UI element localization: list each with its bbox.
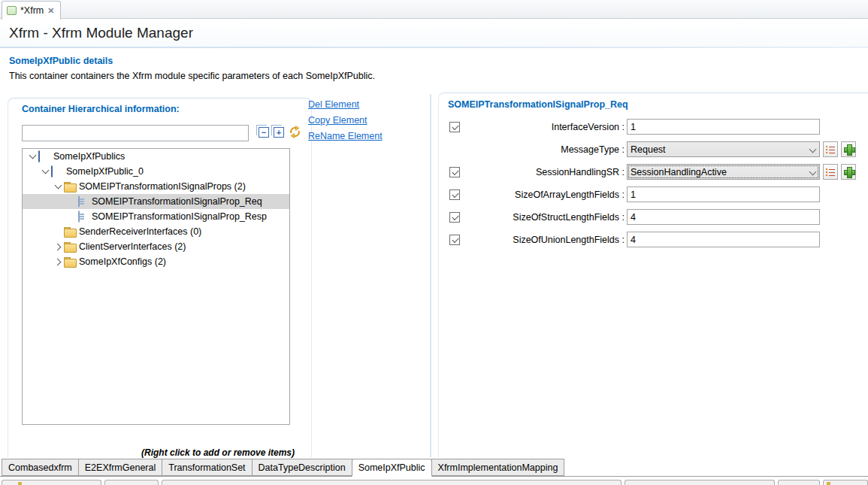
list-button[interactable] [823, 141, 838, 157]
form-row-sessionhandlingsr: SessionHandlingSR : SessionHandlingActiv… [439, 164, 868, 180]
document-icon [78, 196, 80, 208]
tab-transformationset[interactable]: TransformationSet [162, 459, 252, 476]
header-separator [0, 47, 868, 48]
document-icon [78, 211, 80, 223]
field-label: SessionHandlingSR : [460, 167, 627, 177]
status-cell [778, 480, 820, 485]
tab-someipxfpublic[interactable]: SomeIpXfPublic [352, 459, 432, 477]
sessionhandlingsr-dropdown[interactable]: SessionHandlingActive [627, 164, 820, 180]
module-icon [51, 165, 53, 177]
form-row-sizeofunionlengthfields: SizeOfUnionLengthFields : [439, 232, 868, 247]
add-button[interactable] [841, 164, 856, 180]
expander-icon [53, 226, 63, 237]
refresh-icon[interactable] [289, 126, 301, 138]
expander-icon[interactable] [40, 166, 50, 177]
tab-e2exfrmgeneral[interactable]: E2EXfrmGeneral [78, 459, 162, 476]
checkbox[interactable] [449, 189, 460, 200]
expand-all-icon[interactable]: + [274, 127, 284, 138]
field-label: SizeOfArrayLengthFields : [460, 189, 627, 200]
editor-tab-xfrm[interactable]: *Xfrm ✕ [2, 1, 61, 20]
tab-combasedxfrm[interactable]: Combasedxfrm [2, 459, 79, 476]
status-cell [625, 480, 775, 485]
tree-item-selected[interactable]: SOMEIPTransformationISignalProp_Req [23, 194, 289, 209]
tree-filter-input[interactable] [22, 125, 249, 141]
field-label: SizeOfUnionLengthFields : [460, 235, 627, 245]
status-cell [162, 480, 622, 485]
folder-icon [64, 182, 75, 192]
tree-item[interactable]: SenderReceiverInterfaces (0) [23, 224, 289, 239]
tree-hint-text: (Right click to add or remove items) [0, 447, 436, 458]
sizeofunionlengthfields-field[interactable] [627, 232, 820, 247]
plus-icon [844, 167, 854, 177]
status-icon [827, 482, 830, 485]
messagetype-dropdown[interactable]: Request [627, 141, 820, 157]
folder-icon [64, 257, 75, 268]
element-actions: Del Element Copy Element ReName Element [308, 99, 383, 141]
expander-icon[interactable] [53, 181, 63, 192]
container-hierarchy-section: Container Hierarchical information: − + … [8, 98, 312, 457]
add-button[interactable] [841, 141, 856, 157]
folder-icon [64, 242, 75, 253]
checkbox[interactable] [449, 122, 460, 132]
status-cell [2, 480, 101, 485]
expander-icon[interactable] [27, 151, 38, 162]
list-button[interactable] [823, 164, 838, 180]
sizeofarraylengthfields-field[interactable] [627, 186, 820, 202]
del-element-link[interactable]: Del Element [308, 99, 383, 110]
form-editor-icon [7, 6, 17, 15]
details-description: This container containers the Xfrm modul… [9, 71, 375, 81]
chevron-down-icon [810, 170, 815, 175]
form-row-sizeofstructlengthfields: SizeOfStructLengthFields : [439, 209, 868, 225]
form-row-sizeofarraylengthfields: SizeOfArrayLengthFields : [439, 186, 868, 202]
tree-item[interactable]: SomeIpXfConfigs (2) [23, 254, 289, 269]
sizeofstructlengthfields-field[interactable] [627, 209, 820, 225]
list-icon [826, 145, 835, 153]
editor-tab-label: *Xfrm [20, 5, 44, 16]
editor-tab-bar: *Xfrm ✕ [0, 0, 868, 19]
left-section-title: Container Hierarchical information: [22, 104, 180, 114]
tree-item[interactable]: SOMEIPTransformationISignalProp_Resp [23, 209, 289, 224]
status-strip [0, 479, 868, 485]
page-header: Xfrm - Xfrm Module Manager [0, 20, 868, 47]
details-title: SomeIpXfPublic details [9, 56, 113, 66]
form-row-interfaceversion: InterfaceVersion : [439, 119, 868, 135]
tree-item[interactable]: SomeIpXfPublic_0 [23, 164, 289, 179]
expander-icon [65, 196, 76, 207]
field-label: MessageType : [460, 144, 627, 155]
expander-icon[interactable] [53, 241, 63, 252]
page-title: Xfrm - Xfrm Module Manager [9, 25, 193, 41]
tree-item[interactable]: ClientServerInterfaces (2) [23, 239, 289, 254]
tab-datatypedescription[interactable]: DataTypeDescription [252, 459, 352, 476]
checkbox[interactable] [449, 235, 460, 245]
module-icon [38, 150, 40, 162]
folder-icon [64, 227, 75, 238]
signal-prop-section: SOMEIPTransformationISignalProp_Req Inte… [438, 92, 868, 457]
interfaceversion-field[interactable] [627, 119, 820, 135]
plus-icon [844, 144, 854, 154]
chevron-down-icon [810, 147, 815, 153]
tab-xfrmimplementationmapping[interactable]: XfrmImplementationMapping [431, 459, 565, 476]
collapse-all-icon[interactable]: − [259, 127, 269, 138]
form-row-messagetype: MessageType : Request [439, 141, 868, 157]
right-section-title: SOMEIPTransformationISignalProp_Req [448, 99, 628, 110]
checkbox[interactable] [449, 212, 460, 223]
status-cell [104, 480, 159, 485]
status-icon [18, 482, 22, 485]
close-icon[interactable]: ✕ [47, 6, 54, 16]
pane-separator [430, 94, 431, 457]
container-tree[interactable]: SomeIpXfPublics SomeIpXfPublic_0 SOMEIPT… [22, 148, 290, 425]
tree-item[interactable]: SOMEIPTransformationISignalProps (2) [23, 179, 289, 194]
expander-icon [65, 211, 76, 222]
field-label: SizeOfStructLengthFields : [460, 212, 627, 223]
tree-item[interactable]: SomeIpXfPublics [23, 149, 289, 164]
field-label: InterfaceVersion : [460, 122, 627, 132]
bottom-tab-bar: Combasedxfrm E2EXfrmGeneral Transformati… [0, 459, 868, 477]
checkbox[interactable] [449, 167, 460, 177]
expander-icon[interactable] [53, 256, 63, 267]
rename-element-link[interactable]: ReName Element [308, 131, 383, 141]
copy-element-link[interactable]: Copy Element [308, 115, 383, 126]
list-icon [826, 168, 835, 176]
